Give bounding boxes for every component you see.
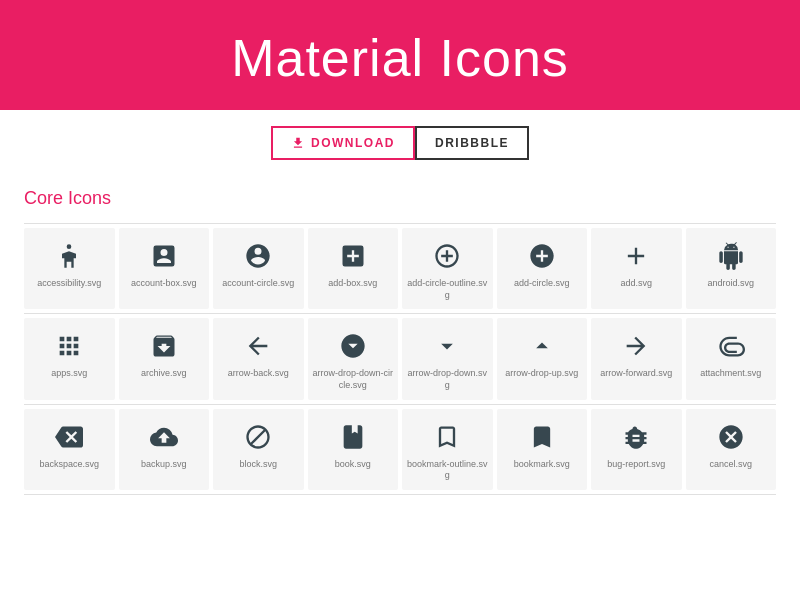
icon-cell-archive[interactable]: archive.svg [119, 318, 210, 399]
book-icon [337, 421, 369, 453]
icon-cell-backspace[interactable]: backspace.svg [24, 409, 115, 490]
block-icon [242, 421, 274, 453]
icon-cell-attachment[interactable]: attachment.svg [686, 318, 777, 399]
section-title: Core Icons [24, 188, 776, 209]
apps-icon [53, 330, 85, 362]
icon-label: apps.svg [51, 368, 87, 380]
icon-label: bookmark.svg [514, 459, 570, 471]
arrow-drop-up-icon [526, 330, 558, 362]
buttons-row: DOWNLOAD DRIBBBLE [0, 110, 800, 170]
dribbble-label: DRIBBBLE [435, 136, 509, 150]
icon-row-0: accessibility.svgaccount-box.svgaccount-… [24, 223, 776, 314]
add-icon [620, 240, 652, 272]
add-circle-outline-icon [431, 240, 463, 272]
icon-label: account-circle.svg [222, 278, 294, 290]
bookmark-icon [526, 421, 558, 453]
icon-cell-arrow-drop-down-circle[interactable]: arrow-drop-down-circle.svg [308, 318, 399, 399]
content-area: Core Icons accessibility.svgaccount-box.… [0, 170, 800, 495]
icon-cell-cancel[interactable]: cancel.svg [686, 409, 777, 490]
page-title: Material Icons [0, 28, 800, 88]
icon-cell-accessibility[interactable]: accessibility.svg [24, 228, 115, 309]
icon-cell-bug-report[interactable]: bug-report.svg [591, 409, 682, 490]
arrow-drop-down-icon [431, 330, 463, 362]
icon-label: arrow-back.svg [228, 368, 289, 380]
icon-row-2: backspace.svgbackup.svgblock.svgbook.svg… [24, 405, 776, 495]
icon-label: arrow-drop-down.svg [406, 368, 489, 391]
icon-label: arrow-drop-up.svg [505, 368, 578, 380]
header: Material Icons [0, 0, 800, 110]
arrow-back-icon [242, 330, 274, 362]
icon-cell-arrow-drop-down[interactable]: arrow-drop-down.svg [402, 318, 493, 399]
icon-cell-add-circle-outline[interactable]: add-circle-outline.svg [402, 228, 493, 309]
icon-label: bookmark-outline.svg [406, 459, 489, 482]
icon-label: add-box.svg [328, 278, 377, 290]
icon-label: arrow-drop-down-circle.svg [312, 368, 395, 391]
icon-label: android.svg [707, 278, 754, 290]
icon-grid: accessibility.svgaccount-box.svgaccount-… [24, 223, 776, 495]
arrow-forward-icon [620, 330, 652, 362]
bookmark-outline-icon [431, 421, 463, 453]
add-circle-icon [526, 240, 558, 272]
icon-label: accessibility.svg [37, 278, 101, 290]
icon-cell-add-circle[interactable]: add-circle.svg [497, 228, 588, 309]
icon-cell-backup[interactable]: backup.svg [119, 409, 210, 490]
icon-label: cancel.svg [709, 459, 752, 471]
icon-cell-account-box[interactable]: account-box.svg [119, 228, 210, 309]
icon-label: archive.svg [141, 368, 187, 380]
download-button[interactable]: DOWNLOAD [271, 126, 415, 160]
icon-label: arrow-forward.svg [600, 368, 672, 380]
backspace-icon [53, 421, 85, 453]
icon-label: bug-report.svg [607, 459, 665, 471]
icon-label: add-circle.svg [514, 278, 570, 290]
account-box-icon [148, 240, 180, 272]
icon-cell-bookmark[interactable]: bookmark.svg [497, 409, 588, 490]
icon-row-1: apps.svgarchive.svgarrow-back.svgarrow-d… [24, 314, 776, 404]
icon-label: account-box.svg [131, 278, 197, 290]
arrow-drop-down-circle-icon [337, 330, 369, 362]
icon-cell-arrow-drop-up[interactable]: arrow-drop-up.svg [497, 318, 588, 399]
icon-cell-block[interactable]: block.svg [213, 409, 304, 490]
icon-cell-arrow-back[interactable]: arrow-back.svg [213, 318, 304, 399]
icon-label: backspace.svg [39, 459, 99, 471]
icon-label: add.svg [620, 278, 652, 290]
app-container: Material Icons DOWNLOAD DRIBBBLE Core Ic… [0, 0, 800, 495]
cancel-icon [715, 421, 747, 453]
icon-cell-add[interactable]: add.svg [591, 228, 682, 309]
icon-cell-apps[interactable]: apps.svg [24, 318, 115, 399]
download-label: DOWNLOAD [311, 136, 395, 150]
icon-label: block.svg [239, 459, 277, 471]
icon-cell-account-circle[interactable]: account-circle.svg [213, 228, 304, 309]
icon-cell-arrow-forward[interactable]: arrow-forward.svg [591, 318, 682, 399]
icon-cell-add-box[interactable]: add-box.svg [308, 228, 399, 309]
icon-cell-android[interactable]: android.svg [686, 228, 777, 309]
icon-cell-book[interactable]: book.svg [308, 409, 399, 490]
icon-label: add-circle-outline.svg [406, 278, 489, 301]
icon-label: backup.svg [141, 459, 187, 471]
dribbble-button[interactable]: DRIBBBLE [415, 126, 529, 160]
backup-icon [148, 421, 180, 453]
download-icon [291, 136, 305, 150]
attachment-icon [715, 330, 747, 362]
icon-label: attachment.svg [700, 368, 761, 380]
icon-cell-bookmark-outline[interactable]: bookmark-outline.svg [402, 409, 493, 490]
android-icon [715, 240, 747, 272]
archive-icon [148, 330, 180, 362]
add-box-icon [337, 240, 369, 272]
icon-label: book.svg [335, 459, 371, 471]
accessibility-icon [53, 240, 85, 272]
bug-report-icon [620, 421, 652, 453]
account-circle-icon [242, 240, 274, 272]
